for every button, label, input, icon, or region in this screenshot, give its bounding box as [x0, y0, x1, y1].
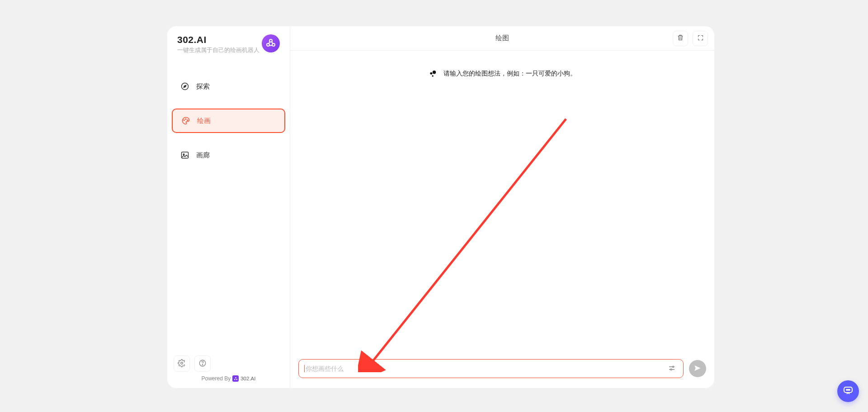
- options-button[interactable]: [666, 362, 678, 375]
- sidebar-header: 302.AI 一键生成属于自己的绘画机器人: [167, 34, 290, 59]
- svg-point-13: [235, 377, 236, 378]
- app-window: 302.AI 一键生成属于自己的绘画机器人 探索: [167, 26, 714, 388]
- sidebar-item-label: 画廊: [196, 151, 210, 160]
- input-bar: [290, 352, 714, 388]
- hint-row: 请输入您的绘图想法，例如：一只可爱的小狗。: [428, 69, 576, 79]
- powered-by-text: Powered By: [202, 375, 231, 382]
- svg-point-6: [185, 118, 186, 119]
- brand-subtitle: 一键生成属于自己的绘画机器人: [177, 47, 259, 54]
- main-panel: 绘图: [290, 26, 714, 388]
- svg-point-26: [849, 389, 850, 390]
- page-title: 绘图: [495, 34, 509, 43]
- content-area: 请输入您的绘图想法，例如：一只可爱的小狗。: [290, 51, 714, 352]
- powered-brand-text: 302.AI: [241, 376, 255, 381]
- send-icon: [693, 364, 702, 374]
- sidebar-item-label: 探索: [196, 82, 210, 91]
- svg-point-14: [234, 379, 235, 380]
- image-icon: [180, 150, 190, 160]
- chat-icon: [843, 385, 854, 398]
- powered-by: Powered By 302.AI: [174, 375, 283, 382]
- trash-icon: [677, 34, 684, 43]
- sidebar: 302.AI 一键生成属于自己的绘画机器人 探索: [167, 26, 290, 388]
- footer-icon-row: [174, 355, 283, 372]
- svg-rect-8: [182, 152, 189, 158]
- svg-point-24: [846, 389, 847, 390]
- settings-button[interactable]: [174, 355, 190, 372]
- send-button[interactable]: [689, 360, 706, 377]
- dots-icon: [428, 69, 438, 79]
- powered-logo-icon: [232, 375, 239, 382]
- svg-point-18: [432, 75, 434, 76]
- sidebar-nav: 探索 绘画: [167, 75, 290, 166]
- brand-text-block: 302.AI 一键生成属于自己的绘画机器人: [177, 34, 259, 54]
- svg-point-5: [184, 120, 184, 121]
- svg-point-10: [181, 362, 183, 364]
- expand-icon: [697, 34, 704, 43]
- sidebar-item-label: 绘画: [197, 117, 211, 125]
- svg-point-17: [430, 72, 432, 75]
- prompt-input[interactable]: [306, 365, 666, 372]
- svg-point-15: [236, 379, 237, 380]
- main-header: 绘图: [290, 26, 714, 51]
- header-actions: [673, 31, 708, 46]
- hint-text: 请输入您的绘图想法，例如：一只可爱的小狗。: [443, 70, 576, 78]
- sliders-icon: [668, 364, 676, 374]
- gear-icon: [178, 359, 186, 369]
- svg-point-22: [670, 369, 672, 370]
- svg-point-21: [673, 366, 674, 367]
- svg-point-25: [848, 389, 849, 390]
- compass-icon: [180, 81, 190, 91]
- palette-icon: [181, 116, 191, 126]
- sidebar-item-draw[interactable]: 绘画: [172, 109, 285, 133]
- sidebar-footer: Powered By 302.AI: [167, 355, 290, 388]
- prompt-input-wrap[interactable]: [298, 359, 684, 378]
- floating-chat-button[interactable]: [837, 380, 859, 402]
- svg-point-9: [183, 154, 184, 155]
- fullscreen-button[interactable]: [693, 31, 708, 46]
- svg-point-7: [187, 120, 188, 121]
- help-icon: [198, 359, 207, 369]
- svg-point-16: [433, 71, 436, 74]
- svg-point-12: [202, 364, 203, 365]
- text-caret: [304, 365, 305, 372]
- brand-logo-icon: [262, 34, 280, 52]
- sidebar-item-explore[interactable]: 探索: [172, 75, 285, 98]
- sidebar-item-gallery[interactable]: 画廊: [172, 144, 285, 166]
- brand-title: 302.AI: [177, 34, 259, 45]
- svg-marker-4: [184, 85, 186, 88]
- help-button[interactable]: [194, 355, 211, 372]
- delete-button[interactable]: [673, 31, 688, 46]
